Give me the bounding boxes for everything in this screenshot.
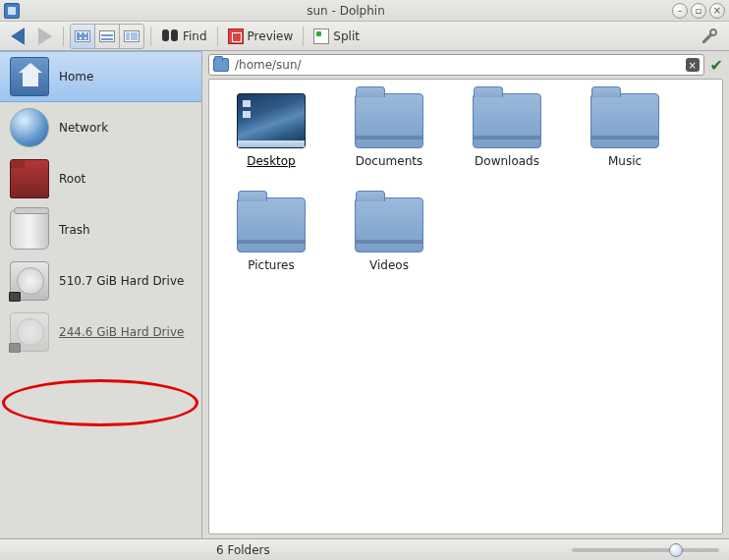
separator [303, 27, 304, 46]
mount-badge-icon [9, 292, 21, 302]
split-label: Split [333, 29, 360, 43]
view-icons-button[interactable] [71, 25, 94, 48]
binoculars-icon [161, 29, 179, 43]
split-button[interactable]: Split [309, 25, 364, 48]
arrow-right-icon [38, 28, 52, 45]
globe-icon [10, 108, 49, 147]
accept-path-button[interactable]: ✔ [710, 56, 723, 75]
place-hdd-510[interactable]: 510.7 GiB Hard Drive [0, 255, 201, 307]
place-network[interactable]: Network [0, 102, 201, 153]
separator [63, 27, 64, 46]
path-text: /home/sun/ [235, 58, 680, 72]
item-label: Downloads [475, 154, 539, 168]
app-icon [4, 3, 20, 19]
folder-icon [590, 93, 659, 148]
home-icon [10, 57, 49, 96]
item-label: Documents [356, 154, 422, 168]
status-bar: 6 Folders [0, 538, 729, 560]
place-root[interactable]: Root [0, 153, 201, 204]
item-label: Desktop [247, 154, 296, 168]
titlebar: sun - Dolphin – ▫ × [0, 0, 729, 22]
folder-icon [473, 93, 541, 148]
item-desktop[interactable]: Desktop [227, 93, 315, 168]
split-icon [313, 28, 329, 44]
trash-icon [10, 210, 49, 250]
folder-icon [237, 197, 306, 252]
item-pictures[interactable]: Pictures [227, 197, 315, 272]
item-videos[interactable]: Videos [345, 197, 433, 272]
status-text: 6 Folders [216, 543, 270, 557]
hard-drive-icon [10, 312, 49, 352]
place-home[interactable]: Home [0, 51, 201, 102]
zoom-thumb[interactable] [669, 543, 683, 557]
back-button[interactable] [6, 25, 29, 48]
path-input[interactable]: /home/sun/ × [208, 54, 704, 76]
find-button[interactable]: Find [157, 25, 211, 48]
place-label: Network [59, 121, 108, 135]
separator [217, 27, 218, 46]
preview-icon [228, 28, 244, 44]
separator [150, 27, 151, 46]
place-label: 510.7 GiB Hard Drive [59, 274, 184, 288]
icons-view-icon [75, 30, 90, 42]
toolbar: Find Preview Split [0, 22, 729, 51]
wrench-icon [700, 27, 719, 46]
view-mode-group [70, 24, 144, 49]
columns-view-icon [124, 30, 140, 42]
location-bar: /home/sun/ × ✔ [202, 51, 729, 79]
place-label: Home [59, 70, 93, 84]
file-view[interactable]: Desktop Documents Downloads Music Pictur… [208, 79, 723, 534]
mount-badge-icon [9, 343, 21, 353]
highlight-annotation [2, 379, 198, 426]
item-music[interactable]: Music [581, 93, 669, 168]
item-documents[interactable]: Documents [345, 93, 433, 168]
close-button[interactable]: × [709, 3, 725, 19]
item-downloads[interactable]: Downloads [463, 93, 551, 168]
place-trash[interactable]: Trash [0, 204, 201, 255]
place-label: Root [59, 172, 85, 186]
forward-button[interactable] [33, 25, 57, 48]
zoom-slider[interactable] [280, 548, 719, 552]
folder-icon [355, 93, 423, 148]
arrow-left-icon [11, 28, 25, 45]
places-sidebar: Home Network Root Trash 510.7 GiB Hard D… [0, 51, 202, 538]
view-details-button[interactable] [94, 25, 119, 48]
folder-icon [355, 197, 423, 252]
folder-icon [213, 58, 229, 72]
preview-label: Preview [248, 29, 294, 43]
minimize-button[interactable]: – [672, 3, 688, 19]
window-title: sun - Dolphin [20, 4, 672, 18]
desktop-icon [237, 93, 306, 148]
settings-button[interactable] [696, 25, 723, 48]
preview-button[interactable]: Preview [224, 25, 298, 48]
item-label: Music [608, 154, 642, 168]
maximize-button[interactable]: ▫ [691, 3, 706, 19]
place-hdd-244[interactable]: 244.6 GiB Hard Drive [0, 307, 201, 358]
details-view-icon [99, 30, 115, 42]
find-label: Find [183, 29, 207, 43]
item-label: Videos [369, 258, 409, 272]
clear-path-button[interactable]: × [686, 58, 700, 72]
view-columns-button[interactable] [119, 25, 143, 48]
place-label: Trash [59, 223, 90, 237]
place-label: 244.6 GiB Hard Drive [59, 325, 184, 339]
item-label: Pictures [248, 258, 295, 272]
root-folder-icon [10, 159, 49, 198]
hard-drive-icon [10, 261, 49, 301]
